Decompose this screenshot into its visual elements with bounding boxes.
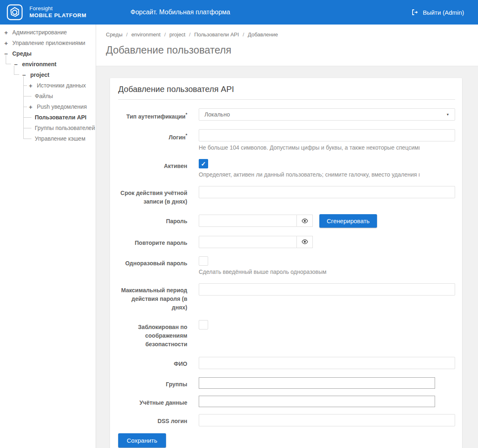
sidebar-item-app-management[interactable]: + Управление приложениями bbox=[0, 38, 96, 48]
login-row: Логин* Не больше 104 символов. Допустимы… bbox=[118, 129, 455, 151]
tree-connector bbox=[23, 117, 31, 118]
caret-down-icon: ▼ bbox=[446, 113, 449, 116]
sidebar-item-label: Источники данных bbox=[37, 82, 86, 89]
brand-logo bbox=[7, 4, 23, 20]
auth-type-value: Локально bbox=[204, 111, 230, 118]
brand: Foresight MOBILE PLATFORM bbox=[7, 4, 86, 20]
eye-icon bbox=[301, 238, 308, 245]
login-label: Логин* bbox=[118, 129, 187, 151]
sidebar-item-files[interactable]: Файлы bbox=[0, 91, 96, 101]
dss-login-input[interactable] bbox=[199, 414, 455, 426]
sidebar-item-cache-management[interactable]: Управление кэшем bbox=[0, 133, 96, 144]
sidebar-item-label: Push уведомления bbox=[37, 103, 87, 110]
sidebar-item-user-groups[interactable]: Группы пользователей bbox=[0, 123, 96, 133]
sidebar-item-label: project bbox=[30, 72, 49, 78]
sidebar: + Администрирование + Управление приложе… bbox=[0, 25, 96, 448]
password-repeat-eye-button[interactable] bbox=[297, 236, 313, 248]
password-label: Пароль bbox=[118, 214, 187, 228]
password-max-period-label: Максимальный период действия пароля (в д… bbox=[118, 283, 187, 312]
form-title: Добавление пользователя API bbox=[118, 85, 455, 100]
tree-connector bbox=[6, 55, 11, 64]
password-repeat-input[interactable] bbox=[199, 236, 297, 248]
active-help: Определяет, активен ли данный пользовате… bbox=[199, 171, 420, 178]
breadcrumb-separator: / bbox=[126, 31, 128, 38]
tree-connector bbox=[23, 96, 31, 96]
minus-icon: − bbox=[21, 72, 27, 78]
sidebar-item-administration[interactable]: + Администрирование bbox=[0, 27, 96, 38]
blocked-label: Заблокирован по соображениям безопастнос… bbox=[118, 320, 187, 349]
main-content: Среды / environment / project / Пользова… bbox=[96, 25, 478, 448]
checkmark-icon: ✓ bbox=[201, 161, 206, 167]
full-name-input[interactable] bbox=[199, 357, 455, 369]
active-row: Активен ✓ Определяет, активен ли данный … bbox=[118, 159, 455, 178]
logout-button[interactable]: Выйти (Admin) bbox=[411, 9, 471, 16]
plus-icon: + bbox=[3, 40, 9, 46]
breadcrumb-api-users[interactable]: Пользователи API bbox=[194, 31, 239, 38]
logout-label: Выйти (Admin) bbox=[423, 9, 464, 16]
generate-password-button[interactable]: Сгенерировать bbox=[319, 214, 377, 228]
one-time-password-help: Сделать введённый выше пароль одноразовы… bbox=[199, 269, 420, 275]
login-input[interactable] bbox=[199, 129, 455, 141]
sidebar-item-environments[interactable]: − Среды bbox=[0, 48, 96, 59]
sidebar-item-label: Среды bbox=[12, 50, 31, 57]
account-expiry-input[interactable] bbox=[199, 186, 455, 198]
active-checkbox[interactable]: ✓ bbox=[199, 159, 208, 168]
groups-input[interactable] bbox=[199, 377, 435, 389]
one-time-password-row: Одноразовый пароль ✓ Сделать введённый в… bbox=[118, 256, 455, 275]
plus-icon: + bbox=[28, 83, 34, 89]
sidebar-item-label: Группы пользователей bbox=[35, 125, 95, 131]
brand-text: Foresight MOBILE PLATFORM bbox=[29, 5, 86, 19]
breadcrumb: Среды / environment / project / Пользова… bbox=[106, 31, 468, 38]
password-max-period-row: Максимальный период действия пароля (в д… bbox=[118, 283, 455, 312]
page-title: Добавление пользователя bbox=[106, 44, 468, 56]
sidebar-item-label: environment bbox=[22, 61, 56, 67]
page-head: Среды / environment / project / Пользова… bbox=[96, 25, 478, 66]
brand-product: MOBILE PLATFORM bbox=[29, 12, 86, 19]
breadcrumb-environment[interactable]: environment bbox=[131, 31, 161, 38]
one-time-password-checkbox[interactable]: ✓ bbox=[199, 256, 208, 266]
password-repeat-row: Повторите пароль bbox=[118, 236, 455, 248]
auth-type-select[interactable]: Локально ▼ bbox=[199, 108, 455, 121]
sidebar-item-label: Пользователи API bbox=[35, 114, 87, 121]
password-max-period-input[interactable] bbox=[199, 283, 455, 296]
sidebar-item-label: Администрирование bbox=[12, 29, 67, 36]
sidebar-item-project[interactable]: − project bbox=[0, 69, 96, 80]
tree-connector bbox=[23, 139, 31, 139]
sidebar-item-data-sources[interactable]: + Источники данных bbox=[0, 80, 96, 91]
sidebar-item-push-notifications[interactable]: + Push уведомления bbox=[0, 101, 96, 112]
one-time-password-label: Одноразовый пароль bbox=[118, 256, 187, 275]
credentials-input[interactable] bbox=[199, 396, 435, 407]
login-help: Не больше 104 символов. Допустимы цифры … bbox=[199, 144, 420, 151]
tree-connector bbox=[14, 66, 19, 75]
full-name-row: ФИО bbox=[118, 357, 455, 369]
password-row: Пароль Сгенерировать bbox=[118, 214, 455, 228]
sidebar-item-api-users[interactable]: Пользователи API bbox=[0, 112, 96, 123]
blocked-checkbox[interactable]: ✓ bbox=[199, 320, 208, 329]
credentials-row: Учётные данные bbox=[118, 396, 455, 407]
account-expiry-row: Срок действия учётной записи (в днях) bbox=[118, 186, 455, 206]
auth-type-row: Тип аутентификации* Локально ▼ bbox=[118, 108, 455, 121]
add-user-form-card: Добавление пользователя API Тип аутентиф… bbox=[110, 78, 462, 448]
app-header: Foresight MOBILE PLATFORM Форсайт. Мобил… bbox=[0, 0, 478, 25]
logout-icon bbox=[411, 9, 419, 16]
plus-icon: + bbox=[3, 29, 9, 36]
dss-login-label: DSS логин bbox=[118, 414, 187, 426]
groups-row: Группы bbox=[118, 377, 455, 389]
blocked-row: Заблокирован по соображениям безопастнос… bbox=[118, 320, 455, 349]
password-input[interactable] bbox=[199, 215, 297, 227]
required-asterisk: * bbox=[186, 133, 187, 138]
auth-type-label: Тип аутентификации* bbox=[118, 108, 187, 121]
breadcrumb-environments[interactable]: Среды bbox=[106, 31, 123, 38]
breadcrumb-separator: / bbox=[164, 31, 166, 38]
account-expiry-label: Срок действия учётной записи (в днях) bbox=[118, 186, 187, 206]
tree-connector bbox=[23, 107, 27, 107]
password-eye-button[interactable] bbox=[297, 215, 313, 227]
full-name-label: ФИО bbox=[118, 357, 187, 369]
groups-label: Группы bbox=[118, 377, 187, 389]
breadcrumb-project[interactable]: project bbox=[169, 31, 185, 38]
tree-connector bbox=[23, 128, 31, 128]
password-repeat-label: Повторите пароль bbox=[118, 236, 187, 248]
breadcrumb-separator: / bbox=[242, 31, 244, 38]
project-subtree: + Источники данных Файлы + Push уведомле… bbox=[0, 80, 96, 144]
save-button[interactable]: Сохранить bbox=[118, 433, 166, 448]
